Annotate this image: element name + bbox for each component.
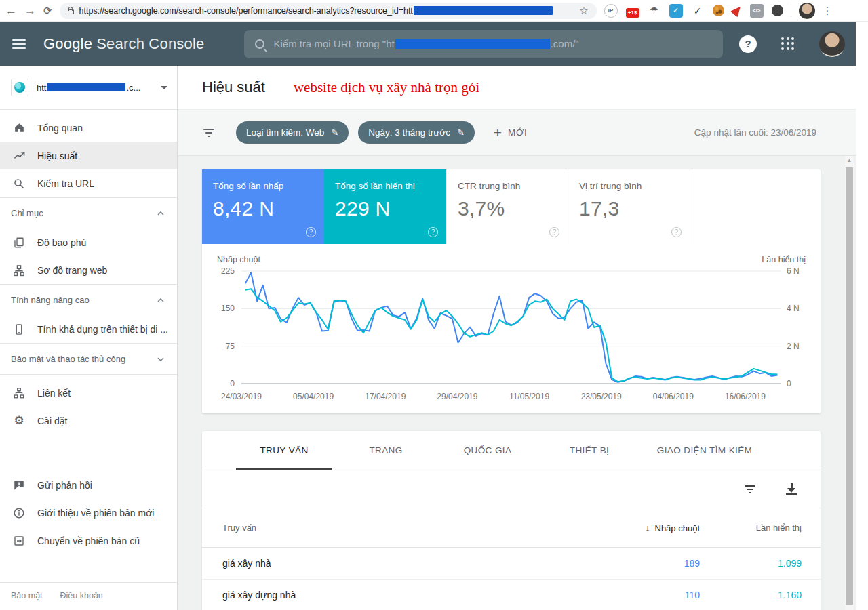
search-placeholder-suffix: .com/" <box>551 38 579 49</box>
help-icon[interactable]: ? <box>428 227 438 237</box>
sidebar: htt .c... Tổng quan Hiệu suất Kiểm tra U… <box>0 66 178 610</box>
terms-link[interactable]: Điều khoản <box>60 591 103 601</box>
browser-menu-icon[interactable]: ⋮ <box>823 5 833 17</box>
cookie-extension-icon[interactable] <box>713 5 724 16</box>
tab-search-appearance[interactable]: GIAO DIỆN TÌM KIẾM <box>640 431 769 470</box>
sidebar-item-feedback[interactable]: Gửi phản hồi <box>0 471 177 499</box>
tab-countries[interactable]: QUỐC GIA <box>437 431 538 470</box>
property-url-suffix: .c... <box>126 83 140 93</box>
metric-value: 3,7% <box>458 197 557 220</box>
pencil-icon: ✎ <box>331 127 338 138</box>
url-text[interactable]: https://search.google.com/search-console… <box>79 6 553 16</box>
umbrella-extension-icon[interactable]: ☂ <box>648 4 661 18</box>
tab-pages[interactable]: TRANG <box>335 431 437 470</box>
search-placeholder: Kiểm tra mọi URL trong "ht .com/" <box>274 38 579 49</box>
sidebar-item-old-version[interactable]: Chuyển về phiên bản cũ <box>0 527 177 554</box>
metric-label: CTR trung bình <box>458 181 557 191</box>
chevron-up-icon <box>157 209 165 218</box>
help-button[interactable]: ? <box>739 35 757 53</box>
metric-card-position[interactable]: Vị trí trung bình 17,3 ? <box>568 169 690 244</box>
sidebar-section-enhancements[interactable]: Tính năng nâng cao <box>0 285 177 315</box>
date-range-chip[interactable]: Ngày: 3 tháng trước ✎ <box>358 121 475 144</box>
reload-button[interactable]: ⟳ <box>43 5 52 17</box>
sidebar-item-overview[interactable]: Tổng quan <box>0 114 177 142</box>
property-redaction <box>47 83 125 92</box>
sidebar-section-security[interactable]: Bảo mật và thao tác thủ công <box>0 344 177 374</box>
scrollbar-thumb[interactable] <box>846 167 853 605</box>
browser-profile-avatar[interactable] <box>799 3 815 19</box>
metric-cards: Tổng số lần nhấp 8,42 N ? Tổng số lần hi… <box>202 169 821 244</box>
sidebar-item-links[interactable]: Liên kết <box>0 379 177 407</box>
hamburger-menu-icon[interactable] <box>12 39 26 49</box>
ip-extension-icon[interactable]: IP <box>604 4 618 18</box>
clicks-cell: 110 <box>585 590 700 601</box>
sidebar-item-url-inspection[interactable]: Kiểm tra URL <box>0 169 177 197</box>
section-label: Bảo mật và thao tác thủ công <box>11 354 157 364</box>
sidebar-item-label: Giới thiệu về phiên bản mới <box>37 508 154 518</box>
help-icon[interactable]: ? <box>306 227 316 237</box>
scrollbar-up-arrow[interactable]: ▲ <box>845 157 854 163</box>
chevron-up-icon <box>157 296 165 304</box>
column-header-clicks[interactable]: ↓Nhấp chuột <box>585 523 700 533</box>
checkmark-extension-icon[interactable]: ✓ <box>691 4 705 18</box>
sidebar-item-coverage[interactable]: Độ bao phủ <box>0 228 177 256</box>
table-filter-icon[interactable] <box>743 485 757 493</box>
sidebar-item-performance[interactable]: Hiệu suất <box>0 142 177 169</box>
column-header-clicks-label: Nhấp chuột <box>655 523 701 533</box>
chip-label: Ngày: 3 tháng trước <box>368 127 450 138</box>
incognito-extension-icon[interactable] <box>772 5 783 16</box>
impressions-cell: 1.160 <box>700 590 802 601</box>
account-avatar[interactable] <box>819 31 845 57</box>
table-row[interactable]: giá xây nhà 189 1.099 <box>202 548 821 580</box>
property-url: htt .c... <box>37 83 153 93</box>
code-extension-icon[interactable]: </> <box>750 4 764 18</box>
tab-devices[interactable]: THIẾT BỊ <box>538 431 640 470</box>
property-selector[interactable]: htt .c... <box>0 66 177 110</box>
content-header: Hiệu suất website dịch vụ xây nhà trọn g… <box>178 66 856 110</box>
main-content: Hiệu suất website dịch vụ xây nhà trọn g… <box>178 66 856 610</box>
forward-button[interactable]: → <box>24 5 36 16</box>
x-axis-tick-label: 16/06/2019 <box>725 392 766 401</box>
apps-grid-icon[interactable] <box>781 37 795 51</box>
clicks-cell: 189 <box>585 558 700 569</box>
address-bar[interactable]: https://search.google.com/search-console… <box>60 3 597 19</box>
table-toolbar <box>202 470 821 508</box>
chevron-down-icon <box>157 355 165 363</box>
column-header-query[interactable]: Truy vấn <box>222 523 585 533</box>
sidebar-item-sitemaps[interactable]: Sơ đồ trang web <box>0 256 177 284</box>
right-tick-label: 4 N <box>787 304 800 313</box>
left-tick-label: 225 <box>221 266 235 276</box>
sidebar-item-about-new-version[interactable]: Giới thiệu về phiên bản mới <box>0 499 177 527</box>
metric-card-ctr[interactable]: CTR trung bình 3,7% ? <box>446 169 568 244</box>
new-filter-button[interactable]: + MỚI <box>494 125 528 141</box>
metric-card-clicks[interactable]: Tổng số lần nhấp 8,42 N ? <box>202 169 324 244</box>
cashback-extension-icon[interactable]: +1$ <box>626 8 639 18</box>
toolbar-divider <box>791 5 791 17</box>
back-button[interactable]: ← <box>5 5 17 16</box>
filter-icon[interactable] <box>202 129 216 137</box>
sidebar-item-mobile-usability[interactable]: Tính khả dụng trên thiết bị di ... <box>0 315 177 343</box>
sidebar-item-settings[interactable]: ⚙ Cài đặt <box>0 407 177 434</box>
section-label: Chỉ mục <box>11 208 157 218</box>
column-header-impressions[interactable]: Lần hiển thị <box>700 523 802 533</box>
help-icon[interactable]: ? <box>549 227 559 237</box>
line-chart-plot[interactable] <box>241 270 781 385</box>
metric-card-impressions[interactable]: Tổng số lần hiển thị 229 N ? <box>324 169 446 244</box>
privacy-link[interactable]: Bảo mật <box>11 591 43 601</box>
url-inspect-search-input[interactable]: Kiểm tra mọi URL trong "ht .com/" <box>244 30 723 58</box>
page-scrollbar[interactable]: ▲ <box>845 156 854 610</box>
bookmark-star-icon[interactable]: ☆ <box>579 5 588 17</box>
sidebar-section-index[interactable]: Chỉ mục <box>0 198 177 228</box>
page-title: Hiệu suất <box>202 79 265 96</box>
table-row[interactable]: giá xây dựng nhà 110 1.160 <box>202 580 821 610</box>
download-icon[interactable] <box>785 483 797 495</box>
feedback-icon <box>12 479 26 492</box>
app-logo[interactable]: GoogleSearch Console <box>43 35 205 53</box>
search-type-chip[interactable]: Loại tìm kiếm: Web ✎ <box>236 121 349 144</box>
sidebar-item-label: Cài đặt <box>37 415 67 426</box>
checkbox-extension-icon[interactable]: ✓ <box>669 4 683 18</box>
rocket-extension-icon[interactable] <box>730 3 743 17</box>
tab-queries[interactable]: TRUY VẤN <box>233 431 335 470</box>
help-icon[interactable]: ? <box>671 227 682 237</box>
query-cell: giá xây dựng nhà <box>222 590 585 601</box>
